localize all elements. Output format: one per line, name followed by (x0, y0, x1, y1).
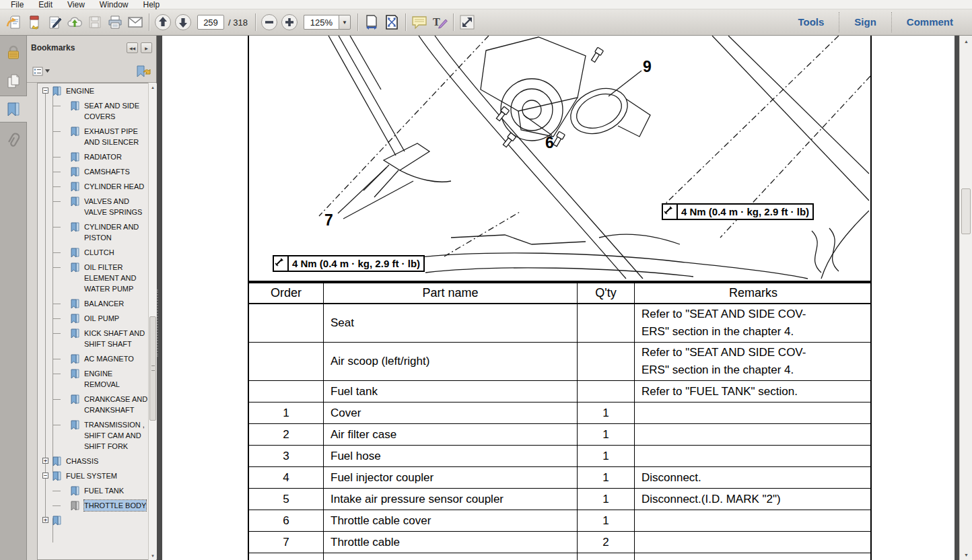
scroll-up-icon[interactable]: ▲ (149, 83, 157, 92)
bookmark-item[interactable]: − ENGINE (38, 85, 148, 96)
bookmark-item[interactable]: OIL PUMP (38, 313, 148, 324)
bookmark-item[interactable]: + (38, 515, 148, 526)
fullscreen-button[interactable] (457, 12, 477, 32)
fit-page-button[interactable] (382, 12, 402, 32)
bookmarks-scrollbar[interactable]: ▲ ▼ (148, 83, 156, 560)
bookmark-label[interactable]: AC MAGNETO (84, 353, 134, 364)
zoom-out-button[interactable] (259, 12, 279, 32)
fit-width-button[interactable] (361, 12, 382, 32)
bookmark-ribbon-icon (53, 86, 61, 96)
email-button[interactable] (125, 12, 145, 32)
bookmarks-panel-button[interactable] (0, 96, 27, 123)
expand-panel-button[interactable]: ▶ (141, 42, 152, 53)
expander-toggle[interactable]: − (42, 88, 48, 94)
bookmark-item[interactable]: OIL FILTER ELEMENT AND WATER PUMP (38, 262, 148, 294)
bookmark-label[interactable]: ENGINE REMOVAL (84, 368, 148, 390)
page-thumbnails-button[interactable] (0, 68, 27, 95)
bookmark-label[interactable]: FUEL SYSTEM (66, 470, 117, 481)
bookmark-icon (7, 102, 20, 116)
remarks-cell: Disconnect.(I.D. MARK "2") (634, 489, 872, 510)
bookmark-label[interactable]: VALVES AND VALVE SPRINGS (84, 196, 148, 217)
bookmark-label[interactable]: ENGINE (66, 85, 94, 96)
page-number-input[interactable] (197, 15, 224, 30)
text-annotation-button[interactable]: T (429, 12, 450, 32)
bookmark-label[interactable]: CYLINDER AND PISTON (84, 221, 148, 243)
comment-pane-button[interactable]: Comment (892, 9, 968, 35)
tools-pane-button[interactable]: Tools (783, 9, 839, 35)
create-pdf-button[interactable] (24, 12, 44, 32)
scrollbar-thumb[interactable] (149, 316, 156, 421)
next-page-button[interactable] (173, 12, 193, 32)
bookmark-label[interactable]: CLUTCH (84, 247, 114, 258)
save-button[interactable] (85, 12, 105, 32)
expander-toggle[interactable]: + (42, 517, 48, 523)
open-file-button[interactable] (4, 12, 24, 32)
bookmarks-panel: Bookmarks ◀◀ ▶ − (27, 36, 157, 560)
bookmark-item[interactable]: FUEL TANK (38, 485, 148, 496)
new-bookmark-button[interactable] (136, 65, 151, 77)
menu-item[interactable]: File (4, 0, 30, 9)
menu-item[interactable]: Help (137, 0, 167, 9)
bookmark-label[interactable]: SEAT AND SIDE COVERS (84, 100, 148, 122)
bookmark-label[interactable]: BALANCER (84, 298, 124, 309)
zoom-in-button[interactable] (279, 12, 300, 32)
bookmark-label[interactable]: RADIATOR (84, 151, 122, 162)
bookmark-item[interactable]: CYLINDER HEAD (38, 181, 148, 192)
bookmarks-header: Bookmarks ◀◀ ▶ (27, 36, 156, 60)
comment-note-button[interactable] (409, 12, 429, 32)
menu-item[interactable]: View (61, 0, 92, 9)
scroll-up-icon[interactable]: ▲ (960, 36, 972, 46)
expander-toggle[interactable]: + (42, 458, 48, 464)
bookmark-label[interactable]: CRANKCASE AND CRANKSHAFT (84, 394, 148, 415)
security-lock-button[interactable] (0, 39, 27, 66)
expander-toggle[interactable]: − (42, 473, 48, 479)
bookmark-label[interactable]: EXHAUST PIPE AND SILENCER (84, 126, 148, 147)
print-button[interactable] (105, 12, 125, 32)
collapse-panel-button[interactable]: ◀◀ (127, 42, 138, 53)
bookmark-label[interactable]: FUEL TANK (84, 485, 124, 496)
bookmark-item[interactable]: RADIATOR (38, 151, 148, 162)
bookmark-item[interactable]: + CHASSIS (38, 456, 148, 466)
bookmark-label[interactable]: THROTTLE BODY (84, 500, 146, 511)
scrollbar-thumb[interactable] (961, 188, 971, 234)
bookmark-item[interactable]: CAMSHAFTS (38, 166, 148, 177)
bookmark-label[interactable]: CYLINDER HEAD (84, 181, 144, 192)
panel-resize-grip[interactable] (157, 289, 160, 357)
menu-item[interactable]: Window (93, 0, 135, 9)
bookmark-label[interactable]: CAMSHAFTS (84, 166, 130, 177)
fill-sign-button[interactable] (44, 12, 65, 32)
table-row: Air scoop (left/right) Refer to "SEAT AN… (249, 343, 870, 381)
scroll-down-icon[interactable]: ▼ (149, 551, 157, 560)
bookmark-item[interactable]: CRANKCASE AND CRANKSHAFT (38, 394, 148, 415)
bookmark-label[interactable]: KICK SHAFT AND SHIFT SHAFT (84, 328, 148, 349)
options-menu-button[interactable] (32, 67, 50, 76)
bookmark-item[interactable]: − FUEL SYSTEM (38, 470, 148, 481)
bookmark-item[interactable]: VALVES AND VALVE SPRINGS (38, 196, 148, 217)
bookmark-item[interactable]: ENGINE REMOVAL (38, 368, 148, 390)
bookmarks-options-row (27, 60, 156, 83)
bookmark-label[interactable]: OIL PUMP (84, 313, 119, 324)
document-scrollbar[interactable]: ▲ ▼ (959, 36, 972, 560)
bookmark-item[interactable]: BALANCER (38, 298, 148, 309)
zoom-level-value[interactable]: 125% (304, 15, 339, 30)
bookmark-item[interactable]: AC MAGNETO (38, 353, 148, 364)
send-upload-button[interactable] (65, 12, 85, 32)
bookmark-item[interactable]: CLUTCH (38, 247, 148, 258)
menu-item[interactable]: Edit (32, 0, 59, 9)
previous-page-button[interactable] (153, 12, 173, 32)
bookmark-label[interactable]: CHASSIS (66, 456, 98, 466)
bookmark-item[interactable]: THROTTLE BODY (38, 500, 148, 511)
bookmark-item[interactable]: SEAT AND SIDE COVERS (38, 100, 148, 122)
bookmark-label[interactable]: TRANSMISSION , SHIFT CAM AND SHIFT FORK (84, 419, 148, 452)
bookmark-item[interactable]: EXHAUST PIPE AND SILENCER (38, 126, 148, 147)
sign-pane-button[interactable]: Sign (839, 9, 891, 35)
order-cell (249, 304, 323, 342)
bookmark-item[interactable]: KICK SHAFT AND SHIFT SHAFT (38, 328, 148, 349)
bookmark-label[interactable]: OIL FILTER ELEMENT AND WATER PUMP (84, 262, 148, 294)
bookmark-item[interactable]: CYLINDER AND PISTON (38, 221, 148, 243)
scroll-down-icon[interactable]: ▼ (960, 549, 972, 560)
zoom-dropdown-caret[interactable]: ▼ (339, 15, 351, 30)
column-header: Order (249, 283, 323, 303)
bookmark-item[interactable]: TRANSMISSION , SHIFT CAM AND SHIFT FORK (38, 419, 148, 452)
attachments-button[interactable] (0, 126, 27, 153)
